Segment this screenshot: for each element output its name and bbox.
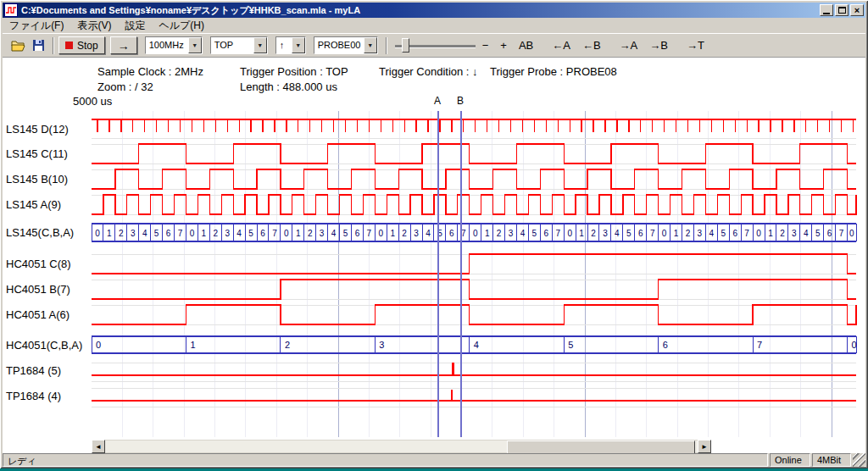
channel-label-hc4051-c: HC4051 C(8) (6, 258, 91, 270)
menu-help[interactable]: ヘルプ(H) (152, 18, 211, 34)
svg-text:1: 1 (768, 229, 773, 238)
chevron-down-icon[interactable]: ▼ (188, 37, 202, 53)
cursor-a-label[interactable]: A (434, 95, 441, 107)
svg-text:0: 0 (849, 229, 854, 238)
ab-span-button[interactable]: AB (514, 37, 538, 53)
menu-settings[interactable]: 設定 (118, 18, 152, 34)
scroll-left-icon: ◄ (95, 443, 102, 451)
channel-label-ls145-b: LS145 B(10) (6, 173, 91, 186)
run-button[interactable]: → (110, 36, 137, 54)
svg-text:1: 1 (674, 229, 679, 238)
close-button[interactable]: × (850, 4, 864, 16)
svg-text:4: 4 (615, 229, 620, 238)
status-online: Online (770, 453, 810, 467)
svg-text:2: 2 (308, 229, 313, 238)
svg-text:1: 1 (202, 229, 207, 238)
minimize-button[interactable] (820, 4, 833, 16)
channel-label-tp1684-4: TP1684 (4) (6, 390, 91, 402)
channel-label-ls145-a: LS145 A(9) (6, 198, 91, 211)
chevron-down-icon[interactable]: ▼ (253, 37, 267, 53)
open-button[interactable] (8, 36, 28, 55)
app-window: 0123456701234567012345670123456701234567… (0, 0, 868, 468)
svg-text:0: 0 (190, 229, 195, 238)
svg-text:1: 1 (296, 229, 301, 238)
svg-text:3: 3 (320, 229, 325, 238)
svg-text:1: 1 (107, 229, 112, 238)
svg-text:3: 3 (225, 229, 230, 238)
svg-text:7: 7 (744, 229, 749, 238)
goto-b-right-button[interactable]: →B (644, 37, 673, 53)
length-text: Length : 488.000 us (240, 80, 337, 93)
scroll-right-button[interactable]: ► (698, 440, 711, 453)
scrollbar-thumb[interactable] (507, 441, 695, 454)
svg-text:0: 0 (95, 229, 100, 238)
zoom-slider-thumb[interactable] (402, 38, 409, 53)
goto-a-right-button[interactable]: →A (615, 37, 643, 53)
goto-a-left-button[interactable]: ←A (547, 37, 576, 53)
save-button[interactable] (28, 36, 48, 55)
floppy-icon (32, 39, 45, 52)
trigger-probe-text: Trigger Probe : PROBE08 (490, 65, 617, 78)
titlebar[interactable]: C:¥Documents and Settings¥noname¥デスクトップ¥… (3, 3, 865, 18)
svg-text:5: 5 (343, 229, 348, 238)
trigger-probe-select[interactable]: PROBE00 ▼ (314, 36, 378, 54)
svg-text:0: 0 (473, 229, 478, 238)
folder-open-icon (11, 40, 25, 52)
svg-text:7: 7 (650, 229, 655, 238)
zoom-slider[interactable] (395, 36, 476, 54)
menu-view[interactable]: 表示(V) (70, 18, 118, 34)
svg-text:7: 7 (272, 229, 277, 238)
toolbar: Stop → 100MHz ▼ TOP ▼ ↑ ▼ PROBE00 ▼ − + … (3, 33, 865, 58)
svg-text:5: 5 (721, 229, 726, 238)
time-scale-label: 5000 us (73, 95, 112, 108)
channel-label-ls145-c: LS145 C(11) (6, 147, 91, 160)
stop-button[interactable]: Stop (58, 36, 105, 54)
scrollbar-track[interactable] (105, 440, 698, 453)
scroll-left-button[interactable]: ◄ (92, 440, 105, 453)
trigger-position-select[interactable]: TOP ▼ (210, 36, 268, 54)
sample-rate-select[interactable]: 100MHz ▼ (145, 36, 203, 54)
goto-trigger-button[interactable]: →T (682, 37, 709, 53)
close-icon: × (854, 5, 860, 15)
svg-text:3: 3 (414, 229, 419, 238)
channel-label-hc4051-a: HC4051 A(6) (6, 308, 91, 321)
window-title: C:¥Documents and Settings¥noname¥デスクトップ¥… (21, 4, 820, 17)
svg-text:4: 4 (142, 229, 147, 238)
zoom-in-button[interactable]: + (495, 37, 512, 53)
status-memory: 4MBit (812, 453, 851, 467)
svg-text:2: 2 (780, 229, 785, 238)
horizontal-scrollbar[interactable]: ◄ ► (92, 440, 711, 453)
minimize-icon (823, 13, 830, 14)
svg-text:5: 5 (532, 229, 537, 238)
svg-text:7: 7 (757, 340, 762, 350)
maximize-button[interactable] (835, 4, 849, 16)
svg-text:7: 7 (555, 229, 560, 238)
svg-text:4: 4 (236, 229, 242, 238)
sample-rate-value: 100MHz (146, 37, 188, 53)
menu-file[interactable]: ファイル(F) (3, 18, 70, 34)
svg-text:2: 2 (285, 340, 290, 350)
svg-text:1: 1 (579, 229, 584, 238)
cursor-b-label[interactable]: B (457, 95, 464, 107)
stop-button-label: Stop (77, 40, 98, 52)
svg-text:4: 4 (520, 229, 526, 238)
svg-text:3: 3 (603, 229, 608, 238)
svg-text:6: 6 (260, 229, 265, 238)
chevron-down-icon[interactable]: ▼ (292, 37, 305, 53)
svg-text:0: 0 (756, 229, 761, 238)
svg-text:6: 6 (166, 229, 171, 238)
goto-b-left-button[interactable]: ←B (577, 37, 606, 53)
svg-text:0: 0 (284, 229, 289, 238)
chevron-down-icon[interactable]: ▼ (364, 37, 377, 53)
svg-text:0: 0 (379, 229, 384, 238)
svg-text:4: 4 (331, 229, 337, 238)
channel-label-ls145-d: LS145 D(12) (6, 123, 91, 136)
resize-grip[interactable] (853, 453, 865, 467)
trigger-edge-select[interactable]: ↑ ▼ (275, 36, 306, 54)
svg-text:1: 1 (390, 229, 395, 238)
svg-text:6: 6 (544, 229, 549, 238)
channel-label-tp1684-5: TP1684 (5) (6, 364, 91, 377)
svg-text:0: 0 (852, 340, 857, 350)
svg-text:0: 0 (567, 229, 572, 238)
zoom-out-button[interactable]: − (477, 37, 494, 53)
